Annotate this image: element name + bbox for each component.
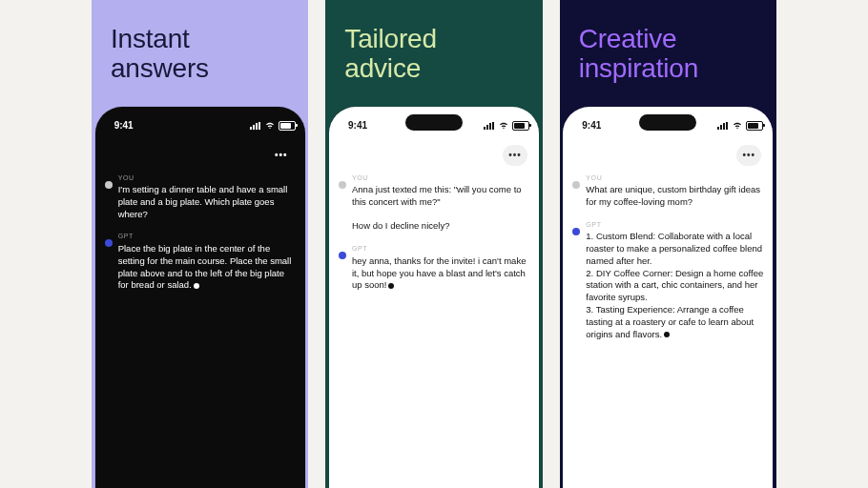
message-gpt: GPT Place the big plate in the center of… [105, 232, 296, 292]
status-bar: 9:41 [339, 116, 529, 135]
panel-instant-answers: Instant answers 9:41 ••• YOU [92, 0, 308, 488]
avatar-user [572, 181, 580, 189]
chat-thread: YOU Anna just texted me this: "will you … [339, 173, 529, 293]
status-right [717, 121, 763, 131]
message-text: Place the big plate in the center of the… [118, 243, 296, 292]
message-text: I'm setting a dinner table and have a sm… [118, 184, 296, 220]
cursor-icon [388, 283, 394, 289]
panel-title: Creative inspiration [579, 25, 759, 84]
message-text: What are unique, custom birthday gift id… [586, 184, 763, 209]
cursor-icon [664, 332, 670, 337]
cursor-icon [194, 283, 199, 289]
more-button[interactable]: ••• [269, 145, 294, 166]
more-button[interactable]: ••• [503, 145, 527, 166]
role-label: YOU [118, 173, 296, 182]
signal-icon [717, 122, 729, 130]
message-user: YOU What are unique, custom birthday gif… [572, 173, 763, 209]
avatar-gpt [105, 239, 113, 247]
avatar-user [105, 181, 113, 189]
message-body: YOU Anna just texted me this: "will you … [352, 173, 529, 234]
role-label: GPT [118, 232, 296, 240]
message-gpt: GPT 1. Custom Blend: Collaborate with a … [572, 220, 763, 341]
wifi-icon [265, 122, 275, 130]
phone-notch [639, 114, 696, 131]
wifi-icon [499, 122, 508, 130]
chat-thread: YOU What are unique, custom birthday gif… [572, 173, 763, 341]
signal-icon [250, 122, 261, 130]
status-time: 9:41 [572, 120, 610, 131]
role-label: GPT [586, 220, 763, 229]
wifi-icon [733, 122, 742, 130]
more-button[interactable]: ••• [736, 145, 761, 166]
battery-icon [746, 121, 763, 131]
avatar-gpt [572, 228, 580, 235]
phone-mock: 9:41 ••• YOU I'm setting a dinner table … [95, 107, 305, 488]
phone-notch [405, 114, 463, 131]
avatar-gpt [339, 252, 346, 259]
panel-title: Tailored advice [344, 25, 525, 84]
panel-creative-inspiration: Creative inspiration 9:41 ••• YOU [560, 0, 776, 488]
marketing-stage: Instant answers 9:41 ••• YOU [0, 0, 868, 488]
phone-mock: 9:41 ••• YOU What are unique, custom bir… [563, 107, 773, 488]
phone-header: ••• [105, 145, 294, 166]
battery-icon [512, 121, 529, 131]
message-body: YOU What are unique, custom birthday gif… [586, 173, 763, 209]
avatar-user [339, 181, 346, 189]
battery-icon [279, 121, 296, 131]
message-text: hey anna, thanks for the invite! i can't… [352, 255, 529, 292]
signal-icon [484, 122, 495, 130]
role-label: YOU [586, 173, 763, 182]
phone-mock: 9:41 ••• YOU Anna just texted me this: "… [329, 107, 539, 488]
status-time: 9:41 [105, 120, 143, 131]
message-text: Anna just texted me this: "will you come… [352, 184, 529, 233]
message-gpt: GPT hey anna, thanks for the invite! i c… [339, 244, 529, 292]
role-label: GPT [352, 244, 529, 253]
status-bar: 9:41 [105, 116, 296, 135]
phone-header: ••• [572, 145, 761, 166]
chat-thread: YOU I'm setting a dinner table and have … [105, 173, 296, 293]
phone-notch [172, 114, 229, 131]
status-bar: 9:41 [572, 116, 763, 135]
message-body: GPT hey anna, thanks for the invite! i c… [352, 244, 529, 292]
message-user: YOU Anna just texted me this: "will you … [339, 173, 529, 234]
message-body: GPT Place the big plate in the center of… [118, 232, 296, 292]
status-right [250, 121, 296, 131]
status-time: 9:41 [339, 120, 377, 131]
panel-tailored-advice: Tailored advice 9:41 ••• YOU [325, 0, 542, 488]
message-body: YOU I'm setting a dinner table and have … [118, 173, 296, 221]
status-right [484, 121, 529, 131]
message-user: YOU I'm setting a dinner table and have … [105, 173, 296, 221]
message-text: 1. Custom Blend: Collaborate with a loca… [586, 231, 763, 340]
message-body: GPT 1. Custom Blend: Collaborate with a … [586, 220, 763, 341]
panel-title: Instant answers [111, 25, 291, 84]
phone-header: ••• [339, 145, 527, 166]
role-label: YOU [352, 173, 529, 182]
